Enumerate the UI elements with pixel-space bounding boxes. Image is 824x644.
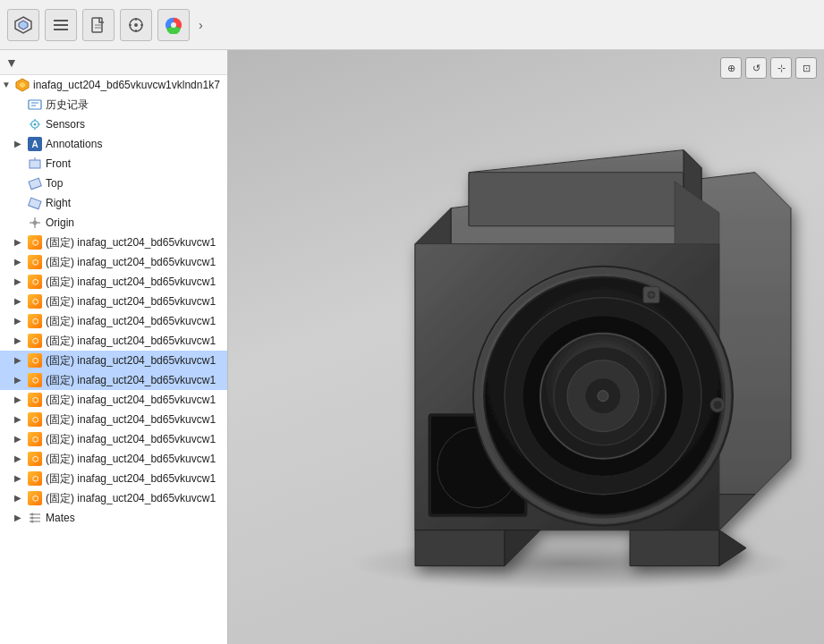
tree-item-right[interactable]: ▶ Right	[0, 193, 227, 213]
top-label: Top	[46, 177, 63, 190]
viewport-fit-btn[interactable]: ⊡	[795, 57, 817, 79]
part-3-icon: ⬡	[27, 274, 43, 290]
sensors-label: Sensors	[46, 118, 85, 131]
file-toolbar-btn[interactable]	[82, 9, 115, 41]
svg-point-40	[31, 521, 34, 523]
origin-label: Origin	[46, 216, 74, 229]
3d-viewport[interactable]: ⊕ ↺ ⊹ ⊡	[228, 50, 824, 644]
model-svg	[326, 137, 824, 602]
part-14-icon: ⬡	[27, 490, 43, 506]
tree-item-part-13[interactable]: ▶ ⬡ (固定) inafag_uct204_bd65vkuvcw1	[0, 469, 227, 488]
svg-marker-1	[19, 21, 28, 30]
tree-item-origin[interactable]: ▶ Origin	[0, 213, 227, 233]
tree-item-mates[interactable]: ▶ Mates	[0, 508, 227, 528]
history-icon	[27, 97, 43, 113]
root-expand-arrow[interactable]: ▼	[2, 80, 13, 90]
annotations-icon: A	[27, 136, 43, 152]
svg-rect-31	[29, 198, 41, 209]
tree-item-part-14[interactable]: ▶ ⬡ (固定) inafag_uct204_bd65vkuvcw1	[0, 488, 227, 508]
tree-item-part-5[interactable]: ▶ ⬡ (固定) inafag_uct204_bd65vkuvcw1	[0, 311, 227, 331]
tree-item-annotations[interactable]: ▶ A Annotations	[0, 134, 227, 154]
part-5-label: (固定) inafag_uct204_bd65vkuvcw1	[46, 314, 216, 329]
tree-item-part-9[interactable]: ▶ ⬡ (固定) inafag_uct204_bd65vkuvcw1	[0, 390, 227, 410]
crosshair-toolbar-btn[interactable]	[120, 9, 152, 41]
svg-point-23	[34, 123, 37, 126]
svg-point-38	[31, 513, 34, 516]
part-9-label: (固定) inafag_uct204_bd65vkuvcw1	[46, 393, 216, 408]
part-7-label: (固定) inafag_uct204_bd65vkuvcw1	[46, 353, 216, 369]
svg-point-55	[598, 391, 608, 402]
right-plane-icon	[27, 195, 43, 211]
origin-icon	[27, 215, 43, 231]
viewport-zoom-btn[interactable]: ⊕	[720, 57, 742, 79]
root-icon	[14, 77, 30, 93]
tree-item-part-7[interactable]: ▶ ⬡ (固定) inafag_uct204_bd65vkuvcw1	[0, 351, 227, 370]
tree-item-part-1[interactable]: ▶ ⬡ (固定) inafag_uct204_bd65vkuvcw1	[0, 233, 227, 252]
tree-item-history[interactable]: ▶ 历史记录	[0, 95, 227, 114]
feature-tree-panel: ▼ ▼ inafag_uct204_bd65vkuvcw1vklndn1k7 ▶	[0, 50, 228, 644]
main-area: ▼ ▼ inafag_uct204_bd65vkuvcw1vklndn1k7 ▶	[0, 50, 824, 644]
part-12-icon: ⬡	[27, 451, 43, 467]
mates-label: Mates	[46, 512, 75, 524]
part-6-icon: ⬡	[27, 333, 43, 349]
3d-model	[326, 137, 824, 605]
tree-item-part-4[interactable]: ▶ ⬡ (固定) inafag_uct204_bd65vkuvcw1	[0, 292, 227, 311]
annotations-label: Annotations	[46, 138, 102, 150]
part-8-icon: ⬡	[27, 372, 43, 388]
component-toolbar-btn[interactable]	[7, 9, 39, 41]
part-10-icon: ⬡	[27, 411, 43, 428]
part-4-label: (固定) inafag_uct204_bd65vkuvcw1	[46, 294, 216, 309]
tree-root[interactable]: ▼ inafag_uct204_bd65vkuvcw1vklndn1k7	[0, 75, 227, 95]
part-10-label: (固定) inafag_uct204_bd65vkuvcw1	[46, 412, 216, 428]
tree-item-front[interactable]: ▶ Front	[0, 154, 227, 174]
part-8-label: (固定) inafag_uct204_bd65vkuvcw1	[46, 373, 216, 388]
tree-item-part-12[interactable]: ▶ ⬡ (固定) inafag_uct204_bd65vkuvcw1	[0, 449, 227, 469]
svg-rect-4	[54, 29, 68, 30]
tree-item-part-6[interactable]: ▶ ⬡ (固定) inafag_uct204_bd65vkuvcw1	[0, 331, 227, 351]
svg-rect-19	[29, 100, 41, 109]
part-11-label: (固定) inafag_uct204_bd65vkuvcw1	[46, 432, 216, 447]
tree-item-sensors[interactable]: ▶ Sensors	[0, 114, 227, 134]
sensors-icon	[27, 116, 43, 132]
part-4-icon: ⬡	[27, 293, 43, 309]
tree-item-part-11[interactable]: ▶ ⬡ (固定) inafag_uct204_bd65vkuvcw1	[0, 429, 227, 449]
history-label: 历史记录	[46, 97, 89, 113]
mates-icon	[27, 510, 43, 526]
part-1-icon: ⬡	[27, 234, 43, 250]
part-7-icon: ⬡	[27, 352, 43, 369]
svg-rect-30	[29, 178, 41, 190]
tree-item-part-8[interactable]: ▶ ⬡ (固定) inafag_uct204_bd65vkuvcw1	[0, 370, 227, 390]
front-label: Front	[46, 157, 71, 170]
part-12-label: (固定) inafag_uct204_bd65vkuvcw1	[46, 452, 216, 467]
filter-icon[interactable]: ▼	[5, 55, 18, 70]
right-label: Right	[46, 197, 71, 209]
part-6-label: (固定) inafag_uct204_bd65vkuvcw1	[46, 334, 216, 349]
tree-item-part-3[interactable]: ▶ ⬡ (固定) inafag_uct204_bd65vkuvcw1	[0, 272, 227, 292]
viewport-controls: ⊕ ↺ ⊹ ⊡	[720, 57, 817, 79]
viewport-rotate-btn[interactable]: ↺	[745, 57, 767, 79]
svg-point-13	[134, 23, 138, 27]
list-toolbar-btn[interactable]	[45, 9, 77, 41]
tree-item-top[interactable]: ▶ Top	[0, 174, 227, 193]
front-plane-icon	[27, 156, 43, 172]
part-5-icon: ⬡	[27, 313, 43, 329]
svg-rect-41	[469, 173, 684, 226]
toolbar: ›	[0, 0, 824, 50]
color-toolbar-btn[interactable]	[157, 9, 190, 41]
part-13-icon: ⬡	[27, 470, 43, 487]
part-14-label: (固定) inafag_uct204_bd65vkuvcw1	[46, 491, 216, 506]
svg-rect-3	[54, 24, 68, 26]
svg-point-16	[171, 22, 176, 28]
viewport-pan-btn[interactable]: ⊹	[770, 57, 792, 79]
root-label: inafag_uct204_bd65vkuvcw1vklndn1k7	[33, 79, 220, 91]
toolbar-expand-arrow[interactable]: ›	[195, 14, 207, 36]
tree-item-part-2[interactable]: ▶ ⬡ (固定) inafag_uct204_bd65vkuvcw1	[0, 252, 227, 272]
part-13-label: (固定) inafag_uct204_bd65vkuvcw1	[46, 471, 216, 487]
tree-item-part-10[interactable]: ▶ ⬡ (固定) inafag_uct204_bd65vkuvcw1	[0, 410, 227, 429]
top-plane-icon	[27, 175, 43, 191]
part-3-label: (固定) inafag_uct204_bd65vkuvcw1	[46, 275, 216, 290]
part-11-icon: ⬡	[27, 431, 43, 447]
tree-content[interactable]: ▼ inafag_uct204_bd65vkuvcw1vklndn1k7 ▶	[0, 75, 227, 644]
svg-rect-2	[54, 20, 68, 21]
part-2-icon: ⬡	[27, 254, 43, 270]
